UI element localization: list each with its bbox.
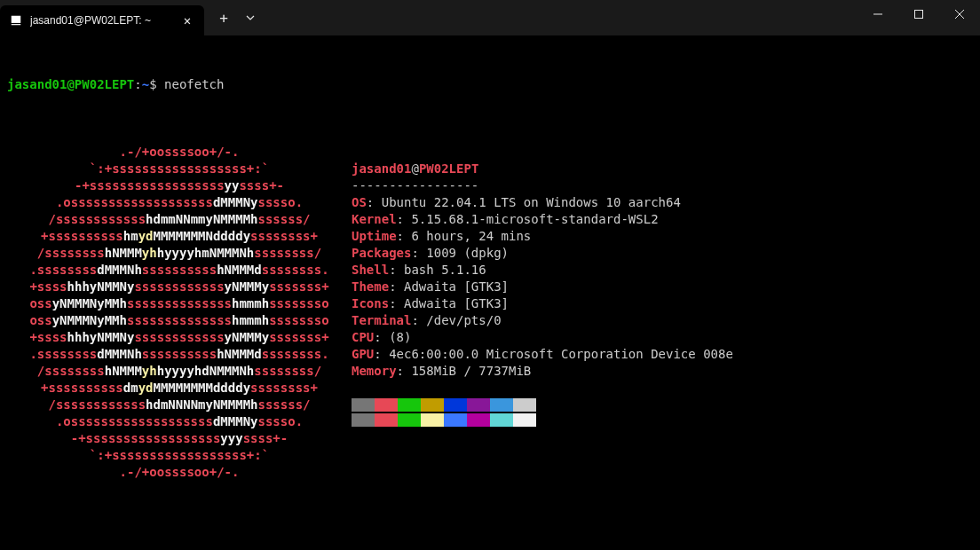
- titlebar: jasand01@PW02LEPT: ~ ✕ +: [0, 0, 980, 35]
- color-swatches-row-1: [352, 398, 973, 412]
- color-swatch: [467, 398, 490, 412]
- gpu-key: GPU: [352, 347, 374, 361]
- cpu-value: : (8): [374, 330, 411, 344]
- info-at: @: [411, 161, 418, 176]
- color-swatch: [398, 398, 421, 412]
- cpu-key: CPU: [352, 330, 374, 344]
- neofetch-output: .-/+oossssoo+/-.`:+ssssssssssssssssss+:`…: [7, 144, 973, 481]
- prompt-line: jasand01@PW02LEPT:~$ neofetch: [7, 76, 973, 93]
- ascii-logo: .-/+oossssoo+/-.`:+ssssssssssssssssss+:`…: [7, 144, 352, 481]
- prompt-colon: :: [134, 77, 141, 91]
- kernel-key: Kernel: [352, 212, 397, 226]
- terminal-tab[interactable]: jasand01@PW02LEPT: ~ ✕: [0, 5, 204, 35]
- shell-value: : bash 5.1.16: [389, 263, 486, 277]
- os-value: : Ubuntu 22.04.1 LTS on Windows 10 aarch…: [367, 195, 681, 209]
- packages-key: Packages: [352, 246, 411, 260]
- prompt-path: ~: [142, 77, 149, 91]
- color-swatch: [467, 413, 490, 427]
- window-controls: [858, 0, 980, 28]
- color-swatch: [444, 398, 467, 412]
- color-swatch: [398, 413, 421, 427]
- info-host: PW02LEPT: [419, 161, 478, 176]
- uptime-key: Uptime: [352, 229, 397, 243]
- tab-title: jasand01@PW02LEPT: ~: [30, 14, 172, 27]
- color-swatch: [444, 413, 467, 427]
- color-swatch: [375, 398, 398, 412]
- info-user: jasand01: [352, 161, 411, 176]
- memory-key: Memory: [352, 364, 397, 378]
- tab-dropdown-button[interactable]: [238, 4, 263, 32]
- terminal-key: Terminal: [352, 313, 411, 327]
- uptime-value: : 6 hours, 24 mins: [397, 229, 532, 243]
- close-window-button[interactable]: [939, 0, 980, 28]
- shell-key: Shell: [352, 263, 389, 277]
- maximize-button[interactable]: [898, 0, 939, 28]
- theme-key: Theme: [352, 279, 389, 294]
- os-key: OS: [352, 195, 367, 209]
- close-tab-button[interactable]: ✕: [179, 12, 195, 28]
- color-swatches-row-2: [352, 413, 973, 427]
- command-text: neofetch: [164, 77, 224, 91]
- tux-icon: [9, 13, 23, 28]
- color-swatch: [375, 413, 398, 427]
- info-separator: -----------------: [352, 178, 478, 192]
- minimize-button[interactable]: [858, 0, 898, 28]
- color-swatch: [513, 398, 536, 412]
- terminal-body[interactable]: jasand01@PW02LEPT:~$ neofetch .-/+oossss…: [0, 35, 980, 550]
- system-info: jasand01@PW02LEPT ----------------- OS: …: [352, 144, 973, 481]
- kernel-value: : 5.15.68.1-microsoft-standard-WSL2: [397, 212, 659, 226]
- memory-value: : 158MiB / 7737MiB: [397, 364, 532, 378]
- svg-rect-1: [915, 11, 923, 19]
- packages-value: : 1009 (dpkg): [411, 246, 509, 260]
- new-tab-button[interactable]: +: [209, 4, 238, 32]
- prompt-dollar: $: [149, 77, 156, 91]
- icons-key: Icons: [352, 296, 389, 310]
- color-swatch: [490, 398, 513, 412]
- color-swatch: [421, 413, 444, 427]
- prompt-user: jasand01@PW02LEPT: [7, 77, 134, 91]
- color-swatch: [352, 398, 375, 412]
- color-swatch: [513, 413, 536, 427]
- color-swatch: [352, 413, 375, 427]
- color-swatch: [421, 398, 444, 412]
- theme-value: : Adwaita [GTK3]: [389, 279, 509, 294]
- terminal-value: : /dev/pts/0: [411, 313, 501, 327]
- icons-value: : Adwaita [GTK3]: [389, 296, 509, 310]
- color-swatch: [490, 413, 513, 427]
- gpu-value: : 4ec6:00:00.0 Microsoft Corporation Dev…: [374, 347, 733, 361]
